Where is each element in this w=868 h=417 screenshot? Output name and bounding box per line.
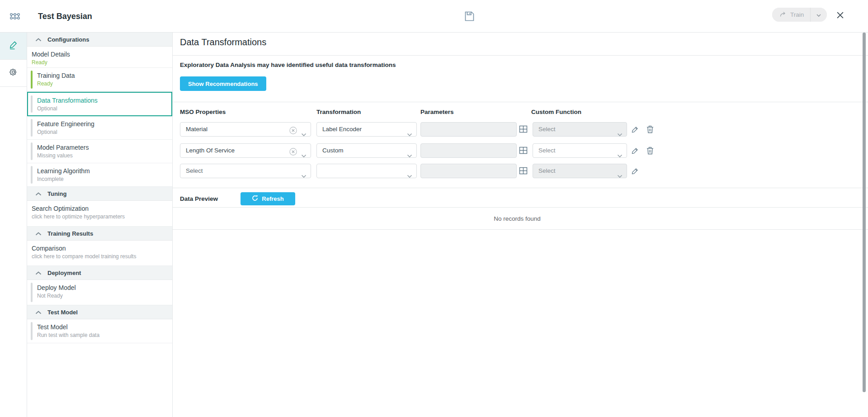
edit-row-button[interactable] [631,126,639,133]
status-bar [31,283,33,302]
section-header-training-results[interactable]: Training Results [27,227,172,241]
pencil-icon [631,128,639,135]
settings-gear-icon [9,68,18,78]
save-button[interactable] [463,10,476,23]
chevron-down-icon [617,149,623,158]
section-header-deployment[interactable]: Deployment [27,266,172,280]
pencil-icon [631,149,639,156]
status-bar [31,166,33,184]
sidebar-item-comparison[interactable]: Comparison click here to compare model t… [27,241,172,266]
mso-property-value: Select [186,167,203,174]
divider [173,207,868,208]
data-transformations-panel: Data Transformations Exploratory Data An… [173,33,868,417]
show-recommendations-button[interactable]: Show Recommendations [180,76,266,91]
section-header-test-model[interactable]: Test Model [27,305,172,319]
refresh-button-label: Refresh [262,195,283,202]
section-label: Configurations [47,36,89,43]
divider [173,188,868,188]
transformation-value: Label Encoder [322,126,362,133]
refresh-button[interactable]: Refresh [241,192,295,205]
status-bar [31,119,33,137]
mso-property-select[interactable]: Material [180,122,311,137]
chevron-up-icon [35,308,42,316]
item-label: Comparison [32,244,168,252]
sidebar-item-training-data[interactable]: Training Data Ready [27,68,172,92]
rail-item-settings[interactable] [0,60,27,87]
chevron-up-icon [35,190,42,198]
panel-title: Data Transformations [180,37,266,47]
data-preview-label: Data Preview [180,192,218,206]
custom-function-value: Select [538,167,556,174]
chevron-down-icon [407,128,412,137]
sidebar-item-learning-algorithm[interactable]: Learning Algorithm Incomplete [27,163,172,187]
custom-function-select[interactable]: Select [533,122,627,137]
item-label: Learning Algorithm [37,167,168,175]
item-status: click here to optimize hyperparameters [32,213,168,220]
column-header-mso-properties: MSO Properties [180,109,226,115]
item-status: click here to compare model training res… [32,253,168,260]
parameters-grid-button[interactable] [519,147,528,154]
divider [173,229,868,230]
edit-row-button[interactable] [631,167,639,175]
status-bar [31,71,33,89]
clear-circle-icon[interactable] [289,147,297,158]
refresh-icon [252,195,258,203]
sidebar-item-search-optimization[interactable]: Search Optimization click here to optimi… [27,201,172,227]
top-bar: Test Bayesian Train [0,0,868,33]
sidebar-item-data-transformations[interactable]: Data Transformations Optional [27,92,172,116]
status-bar [31,322,33,340]
parameters-input[interactable] [420,164,517,178]
transformation-select[interactable]: Custom [316,143,417,158]
item-status: Ready [37,80,168,87]
section-header-tuning[interactable]: Tuning [27,187,172,201]
edit-pencil-icon [9,40,18,52]
sidebar-item-model-parameters[interactable]: Model Parameters Missing values [27,140,172,163]
chevron-down-icon [301,128,307,137]
rail-item-edit[interactable] [0,33,27,60]
parameters-grid-button[interactable] [519,125,528,133]
sidebar-item-feature-engineering[interactable]: Feature Engineering Optional [27,116,172,140]
status-bar [31,95,33,113]
transformation-row: Select Select [173,164,868,178]
delete-row-button[interactable] [646,125,654,133]
item-label: Deploy Model [37,284,168,292]
sidebar-item-model-details[interactable]: Model Details Ready [27,47,172,68]
eda-message: Exploratory Data Analysis may have ident… [180,62,396,68]
item-label: Data Transformations [37,96,167,104]
column-header-parameters: Parameters [420,109,454,115]
mso-property-value: Material [186,126,208,133]
configuration-sidebar: Configurations Model Details Ready Train… [27,33,173,417]
mso-property-value: Length Of Service [186,147,235,154]
trash-icon [646,149,654,156]
transformation-row: Material Label Encoder Select [173,122,868,137]
clear-circle-icon[interactable] [289,126,297,137]
delete-row-button[interactable] [646,147,654,155]
transformation-row: Length Of Service Custom Select [173,143,868,158]
custom-function-value: Select [538,147,556,154]
sidebar-item-deploy-model[interactable]: Deploy Model Not Ready [27,280,172,305]
section-label: Test Model [47,309,78,316]
item-status: Not Ready [37,292,168,299]
edit-row-button[interactable] [631,147,639,155]
vertical-scrollbar[interactable] [863,33,866,392]
parameters-input[interactable] [420,143,517,158]
parameters-grid-button[interactable] [519,167,528,175]
column-header-custom-function: Custom Function [531,109,581,115]
close-button[interactable] [835,10,845,21]
sidebar-item-test-model[interactable]: Test Model Run test with sample data [27,319,172,343]
left-icon-rail [0,33,27,417]
item-status: Optional [37,105,167,112]
mso-property-select[interactable]: Length Of Service [180,143,311,158]
mso-property-select[interactable]: Select [180,164,311,178]
status-bar [31,142,33,160]
custom-function-select[interactable]: Select [533,143,627,158]
item-label: Model Details [32,50,168,58]
section-header-configurations[interactable]: Configurations [27,33,172,47]
parameters-input[interactable] [420,122,517,137]
chevron-down-icon [407,170,412,178]
train-button[interactable]: Train [772,8,810,22]
transformation-select[interactable] [316,164,417,178]
transformation-select[interactable]: Label Encoder [316,122,417,137]
custom-function-select[interactable]: Select [533,164,627,178]
train-options-button[interactable] [810,8,827,22]
